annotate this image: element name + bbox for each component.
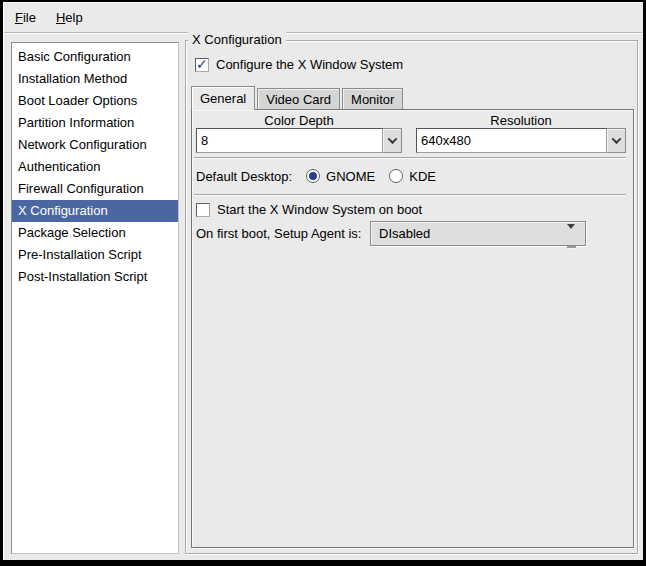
frame-title: X Configuration: [188, 32, 286, 48]
tab-video-card[interactable]: Video Card: [257, 88, 340, 110]
start-x-checkbox[interactable]: [196, 203, 210, 217]
color-depth-dropdown-button[interactable]: [383, 128, 402, 153]
tab-monitor[interactable]: Monitor: [342, 88, 403, 110]
start-x-checkbox-label: Start the X Window System on boot: [217, 202, 422, 217]
default-desktop-radio-group: GNOME KDE: [292, 169, 436, 184]
configure-x-checkbox-row[interactable]: ✓ Configure the X Window System: [195, 57, 403, 72]
default-desktop-row: Default Desktop: GNOME KDE: [196, 166, 436, 186]
separator: [194, 157, 626, 159]
resolution-combo: [416, 128, 626, 153]
sidebar-item-firewall-configuration[interactable]: Firewall Configuration: [12, 178, 178, 200]
separator: [194, 194, 626, 196]
x-configuration-frame: X Configuration ✓ Configure the X Window…: [185, 40, 638, 554]
radio-kde-label: KDE: [409, 169, 436, 184]
radio-kde[interactable]: KDE: [389, 169, 436, 184]
configure-x-checkbox-label: Configure the X Window System: [216, 57, 403, 72]
resolution-dropdown-button[interactable]: [607, 128, 626, 153]
tab-strip: General Video Card Monitor: [191, 86, 405, 110]
sidebar-item-network-configuration[interactable]: Network Configuration: [12, 134, 178, 156]
sidebar-item-basic-configuration[interactable]: Basic Configuration: [12, 46, 178, 68]
sidebar-item-boot-loader-options[interactable]: Boot Loader Options: [12, 90, 178, 112]
radio-button-icon[interactable]: [306, 169, 320, 183]
color-depth-label: Color Depth: [196, 113, 402, 129]
chevron-down-icon: [611, 134, 621, 144]
color-depth-combo: [196, 128, 402, 153]
menu-file[interactable]: File: [5, 4, 46, 31]
setup-agent-label: On first boot, Setup Agent is:: [196, 225, 361, 243]
start-x-checkbox-row[interactable]: Start the X Window System on boot: [196, 202, 422, 217]
setup-agent-value: DIsabled: [379, 226, 430, 241]
check-icon: ✓: [196, 56, 208, 72]
resolution-input[interactable]: [416, 128, 607, 153]
default-desktop-label: Default Desktop:: [196, 169, 292, 184]
sidebar-item-authentication[interactable]: Authentication: [12, 156, 178, 178]
setup-agent-option-menu[interactable]: DIsabled: [370, 221, 586, 246]
tab-general[interactable]: General: [191, 86, 255, 110]
color-depth-input[interactable]: [196, 128, 383, 153]
configure-x-checkbox[interactable]: ✓: [195, 58, 209, 72]
sidebar-item-installation-method[interactable]: Installation Method: [12, 68, 178, 90]
radio-gnome[interactable]: GNOME: [306, 169, 375, 184]
option-menu-arrow-icon: [567, 229, 576, 248]
kickstart-configurator-window: File Help Basic Configuration Installati…: [0, 0, 646, 566]
general-tab-page: Color Depth Resolution Default Desktop:: [191, 109, 634, 548]
resolution-label: Resolution: [416, 113, 626, 129]
menu-help[interactable]: Help: [46, 4, 93, 31]
sidebar-item-pre-installation-script[interactable]: Pre-Installation Script: [12, 244, 178, 266]
radio-button-icon[interactable]: [389, 169, 403, 183]
section-list: Basic Configuration Installation Method …: [11, 42, 179, 554]
sidebar-item-partition-information[interactable]: Partition Information: [12, 112, 178, 134]
menubar: File Help: [4, 3, 642, 33]
chevron-down-icon: [387, 134, 397, 144]
sidebar-item-package-selection[interactable]: Package Selection: [12, 222, 178, 244]
sidebar-item-post-installation-script[interactable]: Post-Installation Script: [12, 266, 178, 288]
radio-gnome-label: GNOME: [326, 169, 375, 184]
sidebar-item-x-configuration[interactable]: X Configuration: [12, 200, 178, 222]
